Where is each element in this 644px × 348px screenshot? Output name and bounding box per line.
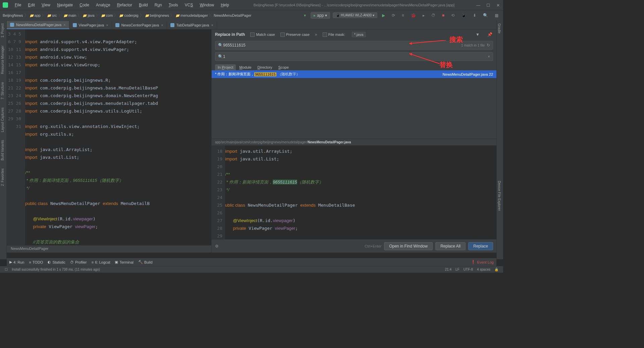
tool-statistic[interactable]: ◐ Statistic [48, 260, 65, 264]
replace-input[interactable] [223, 54, 488, 59]
clear-icon[interactable]: × [488, 54, 490, 59]
crumb-coderpig[interactable]: coderpig [119, 13, 138, 17]
menu-edit[interactable]: Edit [25, 1, 38, 9]
menu-window[interactable]: Window [197, 1, 217, 9]
crumb-project[interactable]: BeijingNews [3, 13, 23, 17]
search-input[interactable] [223, 43, 461, 48]
tool-todo[interactable]: ≡ TODO [29, 260, 43, 264]
close-tab-icon[interactable]: × [161, 23, 163, 27]
search-field[interactable]: 🔍 1 match in 1 file ↻ [215, 41, 493, 50]
left-tool-tabs: 1: Project Resource Manager 7: Structure… [0, 20, 7, 259]
filter-icon[interactable]: ▼ [474, 31, 481, 38]
scope-tab-module[interactable]: Module [236, 64, 254, 70]
tool-profiler[interactable]: ⏱ Profiler [70, 260, 87, 264]
menu-refactor[interactable]: Refactor [114, 1, 135, 9]
crumb-java[interactable]: java [83, 13, 94, 17]
crumb-com[interactable]: com [101, 13, 113, 17]
replace-all-button[interactable]: Replace All [435, 242, 466, 250]
more-options-icon[interactable]: » [315, 32, 317, 37]
menu-navigate[interactable]: Navigate [54, 1, 75, 9]
tool-build-variants[interactable]: Build Variants [0, 137, 5, 164]
status-line-ending[interactable]: LF [455, 268, 460, 271]
android-studio-logo [3, 2, 8, 8]
tab-tabdetailpager[interactable]: TabDetailPager.java × [167, 21, 217, 29]
tool-gradle[interactable]: Gradle [497, 20, 502, 37]
tool-event-log[interactable]: ❗ Event Log [471, 260, 494, 264]
sdk-icon[interactable]: ⬇ [471, 12, 478, 18]
tool-layout-captures[interactable]: Layout Captures [0, 104, 5, 135]
minimize-icon[interactable]: — [476, 3, 480, 7]
match-case-checkbox[interactable]: Match case [250, 32, 275, 37]
file-mask-value[interactable]: *.java [352, 32, 366, 37]
status-icon[interactable]: ☐ [5, 268, 8, 271]
close-tab-icon[interactable]: × [106, 23, 108, 27]
tool-build[interactable]: 🔨 Build [138, 260, 152, 264]
menu-tools[interactable]: Tools [166, 1, 181, 9]
crumb-file[interactable]: NewsMenuDetailPager [214, 13, 252, 17]
history-icon[interactable]: ↻ [487, 43, 490, 48]
tool-favorites[interactable]: 2: Favorites [0, 165, 5, 189]
menu-help[interactable]: Help [218, 1, 232, 9]
apply-changes-icon[interactable]: ⟳ [390, 12, 397, 18]
preserve-case-checkbox[interactable]: Preserve case [280, 32, 310, 37]
status-lock-icon[interactable]: 🔒 [494, 268, 498, 271]
search-icon[interactable]: 🔍 [481, 12, 490, 18]
tool-structure[interactable]: 7: Structure [0, 79, 5, 103]
menu-vcs[interactable]: VCS [182, 1, 196, 9]
file-mask-checkbox[interactable]: File mask: [323, 32, 345, 37]
tool-terminal[interactable]: ▣ Terminal [115, 260, 133, 264]
status-encoding[interactable]: UTF-8 [464, 268, 473, 271]
scope-tab-project[interactable]: In Project [215, 64, 236, 70]
replace-button[interactable]: Replace [468, 242, 493, 250]
avd-icon[interactable]: 📱 [459, 12, 468, 18]
menu-run[interactable]: Run [152, 1, 165, 9]
tool-run[interactable]: ▶ 4: Run [9, 260, 24, 264]
window-title: BeijingNews [F:\mycode4.0\BeijingNews] -… [232, 3, 476, 7]
sync-icon[interactable]: ⟲ [449, 12, 457, 18]
status-indent[interactable]: 4 spaces [477, 268, 490, 271]
scope-tab-directory[interactable]: Directory [255, 64, 275, 70]
run-config-selector[interactable]: ▸app ▾ [311, 12, 330, 19]
search-result-row[interactable]: * 作用：新闻详情页面， 9655111615 （随机数字） NewsMenuD… [212, 70, 496, 78]
crumb-beijingnews[interactable]: beijingnews [145, 13, 169, 17]
build-icon[interactable]: ▾ [302, 12, 308, 18]
menu-build[interactable]: Build [136, 1, 151, 9]
preview-code[interactable]: import java.util.ArrayList; import java.… [225, 145, 496, 239]
tab-newsmenudetailpager[interactable]: NewsMenuDetailPager.java × [7, 21, 69, 29]
pin-icon[interactable]: 📌 [486, 31, 493, 38]
close-tab-icon[interactable]: × [211, 23, 213, 27]
close-icon[interactable]: ✕ [496, 3, 500, 7]
coverage-icon[interactable]: ▸ [421, 12, 427, 18]
menu-view[interactable]: View [39, 1, 53, 9]
code-editor[interactable]: import android.support.v4.view.PagerAdap… [25, 29, 211, 253]
apply-code-changes-icon[interactable]: ≡ [400, 12, 406, 18]
settings-icon[interactable]: ▦ [493, 12, 500, 18]
menu-analyze[interactable]: Analyze [93, 1, 113, 9]
replace-title: Replace in Path [215, 32, 245, 37]
profile-icon[interactable]: ⏱ [429, 12, 437, 18]
menu-file[interactable]: File [12, 1, 24, 9]
menu-code[interactable]: Code [77, 1, 92, 9]
tool-resource-manager[interactable]: Resource Manager [0, 42, 5, 77]
maximize-icon[interactable]: ☐ [486, 3, 490, 7]
crumb-menudetailpager[interactable]: menudetailpager〉 NewsMenuDetailPager [175, 13, 251, 18]
open-in-find-window-button[interactable]: Open in Find Window [384, 242, 433, 250]
device-selector[interactable]: 📱 HUAWEI WLZ-AN00 ▾ [333, 12, 377, 18]
crumb-src[interactable]: src [47, 13, 57, 17]
debug-icon[interactable]: 🐞 [409, 12, 418, 18]
tab-newscenterpager[interactable]: NewsCenterPager.java × [112, 21, 167, 29]
gear-icon[interactable]: ⚙ [215, 244, 219, 249]
match-count: 1 match in 1 file [461, 44, 485, 47]
tool-logcat[interactable]: ≡ 6: Logcat [92, 260, 110, 264]
tool-device-file-explorer[interactable]: Device File Explorer [497, 178, 502, 214]
scope-tab-scope[interactable]: Scope [276, 64, 291, 70]
crumb-main[interactable]: main [63, 13, 76, 17]
replace-field[interactable]: 🔍 × [215, 52, 493, 61]
run-icon[interactable]: ▶ [380, 12, 387, 18]
close-tab-icon[interactable]: × [63, 23, 65, 27]
status-caret-pos[interactable]: 21:4 [445, 268, 451, 271]
tab-viewpager[interactable]: ViewPager.java × [69, 21, 112, 29]
tool-project[interactable]: 1: Project [0, 20, 5, 41]
stop-icon[interactable]: ■ [440, 12, 446, 18]
crumb-app[interactable]: app [30, 13, 41, 17]
